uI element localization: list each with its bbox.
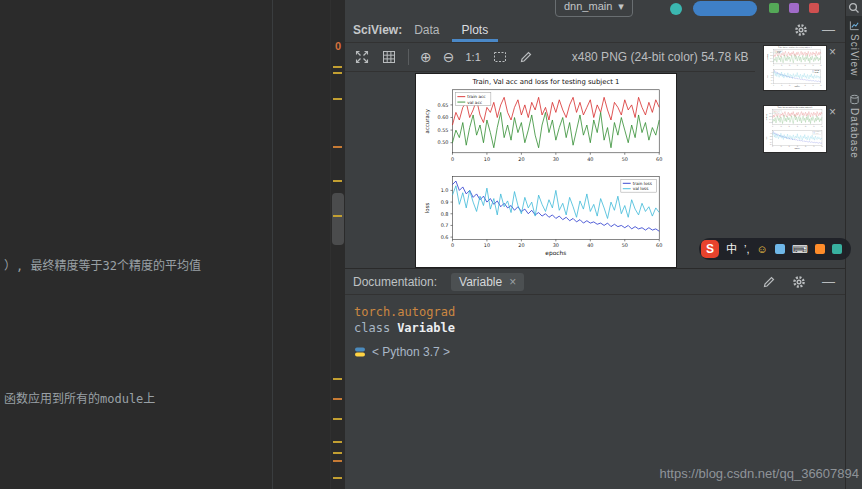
stripe-mark[interactable]	[333, 72, 342, 74]
stripe-mark[interactable]	[333, 146, 342, 148]
stripe-mark[interactable]	[333, 215, 342, 217]
svg-text:40: 40	[587, 242, 593, 248]
grid-icon[interactable]	[381, 49, 397, 65]
stripe-mark[interactable]	[333, 441, 342, 443]
svg-text:1.0: 1.0	[441, 187, 449, 193]
plots-canvas: Train, Val acc and loss for testing subj…	[345, 72, 755, 268]
debug-button[interactable]	[769, 3, 779, 13]
svg-text:0.60: 0.60	[438, 114, 449, 120]
image-info-label: x480 PNG (24-bit color) 54.78 kB	[572, 50, 749, 64]
stripe-mark[interactable]	[333, 418, 342, 420]
keyboard-icon[interactable]: ⌨	[792, 243, 808, 255]
stripe-tab-database[interactable]: Database	[846, 90, 862, 163]
selection-icon[interactable]	[492, 49, 508, 65]
tab-plots-label: Plots	[462, 23, 489, 37]
stripe-mark[interactable]	[333, 378, 342, 380]
stripe-tab-sciview-label: SciView	[849, 34, 860, 76]
plot-thumbnail[interactable]: Train, Val acc and loss for testing subj…	[763, 45, 827, 91]
fit-to-view-icon[interactable]	[354, 49, 370, 65]
svg-text:0.8: 0.8	[441, 211, 449, 217]
class-name: Variable	[397, 321, 455, 335]
search-icon[interactable]	[848, 2, 860, 14]
svg-text:10: 10	[484, 242, 490, 248]
code-editor[interactable]: ）, 最终精度等于32个精度的平均值 函数应用到所有的module上	[0, 0, 330, 489]
svg-text:train loss: train loss	[633, 181, 652, 186]
stripe-tab-sciview[interactable]: SciView	[846, 16, 862, 80]
documentation-title: Documentation:	[353, 275, 437, 289]
inspections-widget[interactable]: 0	[335, 40, 341, 52]
stop-button[interactable]	[809, 3, 819, 13]
svg-text:0.65: 0.65	[438, 102, 449, 108]
svg-text:epochs: epochs	[545, 250, 566, 257]
minimize-icon[interactable]: —	[822, 277, 835, 287]
tab-data[interactable]: Data	[404, 17, 449, 42]
svg-text:0: 0	[451, 242, 454, 248]
stripe-mark[interactable]	[333, 180, 342, 182]
stripe-mark[interactable]	[333, 477, 342, 479]
main-toolbar-fragment: dnn_main ▾	[345, 0, 845, 18]
documentation-header: Documentation: Variable × —	[345, 268, 845, 295]
toolbox-icon[interactable]	[832, 244, 842, 254]
class-signature: classVariable	[354, 321, 455, 335]
emoji-icon[interactable]: ☺	[757, 243, 768, 255]
eyedropper-icon[interactable]	[519, 50, 533, 64]
run-button[interactable]	[693, 1, 757, 16]
plot-thumbnails: Train, Val acc and loss for testing subj…	[755, 43, 845, 268]
punctuation-mode-icon[interactable]: ’,	[744, 243, 750, 255]
svg-text:0.7: 0.7	[441, 222, 449, 228]
lang-mode-icon[interactable]: 中	[726, 243, 737, 255]
chart-icon	[849, 20, 860, 31]
svg-text:40: 40	[587, 156, 593, 162]
actual-size-button[interactable]: 1:1	[465, 51, 480, 63]
close-icon[interactable]: ×	[829, 106, 836, 118]
close-icon[interactable]: ×	[509, 276, 516, 288]
toolbar-separator	[408, 49, 409, 65]
sogou-logo[interactable]: S	[701, 240, 719, 258]
svg-text:train acc: train acc	[467, 94, 486, 99]
stripe-mark[interactable]	[333, 98, 342, 100]
run-config-selector[interactable]: dnn_main ▾	[555, 0, 633, 17]
zoom-in-icon[interactable]: ⊕	[420, 50, 432, 64]
minimize-icon[interactable]: —	[822, 25, 835, 35]
svg-text:10: 10	[484, 156, 490, 162]
svg-text:50: 50	[622, 242, 628, 248]
svg-text:60: 60	[656, 156, 662, 162]
svg-text:0.6: 0.6	[441, 234, 449, 240]
ime-toolbar[interactable]: S 中’,☺⌨	[699, 238, 851, 260]
close-icon[interactable]: ×	[829, 46, 836, 58]
svg-text:val loss: val loss	[633, 186, 649, 191]
profiler-button[interactable]	[789, 3, 799, 13]
tab-plots[interactable]: Plots	[452, 17, 499, 42]
svg-text:50: 50	[622, 156, 628, 162]
skin-icon[interactable]	[815, 244, 825, 254]
scrollbar-thumb[interactable]	[332, 193, 344, 245]
editor-scrollbar-stripe[interactable]: 0	[330, 0, 345, 489]
mic-icon[interactable]	[775, 244, 785, 254]
edit-source-icon[interactable]	[762, 275, 776, 289]
sciview-header: SciView: Data Plots —	[345, 17, 845, 43]
svg-text:0.50: 0.50	[438, 139, 449, 145]
stripe-mark[interactable]	[333, 460, 342, 462]
documentation-content: torch.autograd classVariable < Python 3.…	[345, 295, 845, 489]
gear-icon[interactable]	[794, 23, 808, 37]
class-keyword: class	[354, 321, 390, 335]
plot-image[interactable]: Train, Val acc and loss for testing subj…	[415, 73, 677, 268]
svg-text:0.9: 0.9	[441, 199, 449, 205]
svg-text:0.55: 0.55	[438, 127, 449, 133]
tab-variable[interactable]: Variable ×	[451, 273, 524, 291]
python-runtime: < Python 3.7 >	[354, 345, 450, 359]
plot-thumbnail[interactable]: Train, Val acc and loss for testing subj…	[763, 105, 827, 153]
module-link[interactable]: torch.autograd	[354, 305, 455, 319]
stripe-mark[interactable]	[333, 452, 342, 454]
svg-text:val acc: val acc	[777, 52, 781, 53]
python-version-label: < Python 3.7 >	[372, 345, 450, 359]
tab-variable-label: Variable	[459, 275, 502, 289]
stripe-mark[interactable]	[333, 398, 342, 400]
python-icon	[354, 346, 366, 358]
stripe-mark[interactable]	[333, 66, 342, 68]
gear-icon[interactable]	[792, 275, 806, 289]
editor-line: ）, 最终精度等于32个精度的平均值	[4, 256, 201, 273]
zoom-out-icon[interactable]: ⊖	[443, 50, 455, 64]
svg-text:20: 20	[518, 242, 524, 248]
toolbar-status-icon[interactable]	[670, 3, 682, 15]
